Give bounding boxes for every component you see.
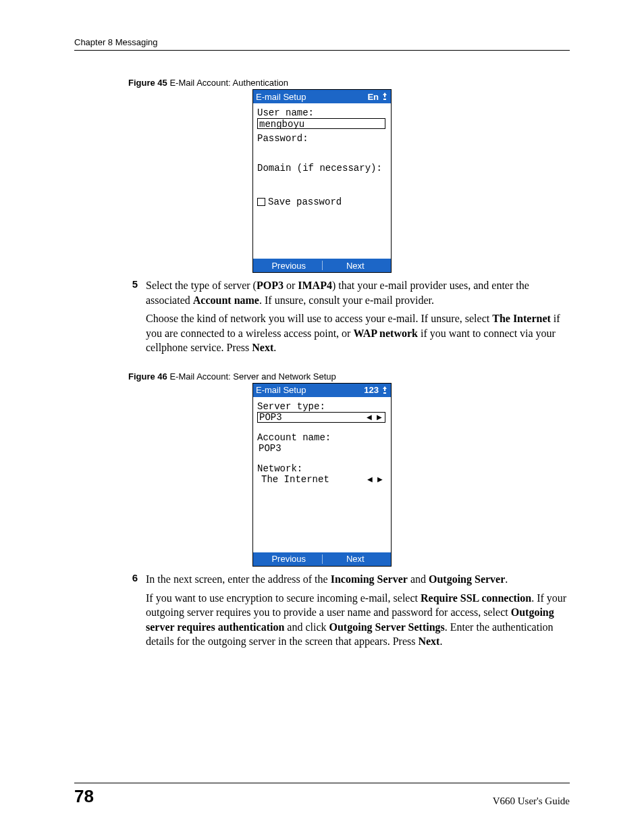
- input-mode-text: 123: [364, 385, 379, 395]
- t: WAP network: [353, 328, 418, 339]
- server-type-label: Server type:: [257, 401, 387, 412]
- save-password-label: Save password: [268, 197, 342, 207]
- t: Outgoing Server Settings: [329, 621, 445, 633]
- input-mode-indicator: 123: [364, 385, 388, 395]
- t: .: [273, 342, 276, 353]
- signal-icon: [381, 386, 388, 394]
- step-5-text: Select the type of server (POP3 or IMAP4…: [146, 278, 570, 359]
- phone-titlebar: E-mail Setup 123: [253, 384, 391, 397]
- t: or: [284, 280, 298, 291]
- network-label: Network:: [257, 463, 387, 474]
- t: .: [439, 635, 442, 647]
- next-button[interactable]: Next: [323, 261, 389, 271]
- t: Select the type of server (: [146, 280, 257, 291]
- network-selector[interactable]: The Internet ◀ ▶: [257, 474, 385, 485]
- t: Incoming Server: [331, 573, 408, 585]
- signal-icon: [381, 93, 388, 101]
- domain-label: Domain (if necessary):: [257, 163, 387, 174]
- input-mode-indicator: En: [367, 92, 388, 102]
- t: Account name: [193, 294, 259, 306]
- username-label: User name:: [257, 107, 387, 118]
- page-number: 78: [74, 786, 94, 807]
- t: and: [408, 573, 429, 585]
- t: IMAP4: [298, 280, 332, 291]
- input-mode-text: En: [367, 92, 379, 102]
- t: Choose the kind of network you will use …: [146, 313, 492, 324]
- t: Outgoing Server: [429, 573, 505, 585]
- phone-screen-authentication: E-mail Setup En User name: mengboyu Pass…: [252, 89, 392, 273]
- phone-titlebar: E-mail Setup En: [253, 90, 391, 103]
- t: . If unsure, consult your e-mail provide…: [259, 294, 434, 306]
- figure-45-title: E-Mail Account: Authentication: [167, 78, 288, 88]
- t: If you want to use encryption to secure …: [146, 592, 421, 604]
- t: The Internet: [492, 313, 551, 324]
- t: .: [505, 573, 508, 585]
- network-value: The Internet: [259, 474, 329, 485]
- figure-45-caption: Figure 45 E-Mail Account: Authentication: [128, 78, 570, 88]
- t: Next: [418, 635, 439, 647]
- next-button[interactable]: Next: [323, 554, 389, 564]
- step-6-number: 6: [128, 572, 138, 653]
- page-footer: 78 V660 User's Guide: [74, 783, 570, 807]
- figure-46-label: Figure 46: [128, 371, 167, 382]
- selector-arrows-icon: ◀ ▶: [367, 475, 384, 483]
- previous-button[interactable]: Previous: [256, 261, 322, 271]
- account-name-label: Account name:: [257, 432, 387, 443]
- previous-button[interactable]: Previous: [256, 554, 322, 564]
- t: Require SSL connection: [421, 592, 531, 604]
- password-label: Password:: [257, 133, 387, 144]
- step-6: 6 In the next screen, enter the address …: [128, 572, 570, 653]
- username-field[interactable]: mengboyu: [257, 118, 385, 129]
- chapter-header: Chapter 8 Messaging: [74, 37, 570, 51]
- figure-46-caption: Figure 46 E-Mail Account: Server and Net…: [128, 371, 570, 382]
- t: In the next screen, enter the address of…: [146, 573, 331, 585]
- figure-45-label: Figure 45: [128, 78, 167, 88]
- step-6-text: In the next screen, enter the address of…: [146, 572, 570, 653]
- guide-name: V660 User's Guide: [493, 796, 570, 807]
- step-5-number: 5: [128, 278, 138, 359]
- phone-title: E-mail Setup: [256, 92, 306, 102]
- t: Next: [252, 342, 273, 353]
- phone-title: E-mail Setup: [256, 385, 306, 395]
- selector-arrows-icon: ◀ ▶: [367, 413, 383, 421]
- figure-46-title: E-Mail Account: Server and Network Setup: [167, 371, 336, 382]
- phone-footer: Previous Next: [253, 552, 391, 566]
- server-type-selector[interactable]: POP3 ◀ ▶: [257, 412, 385, 423]
- save-password-row[interactable]: Save password: [257, 197, 387, 207]
- account-name-value: POP3: [257, 443, 387, 454]
- server-type-value: POP3: [259, 412, 282, 423]
- phone-screen-server-network: E-mail Setup 123 Server type: POP3 ◀ ▶ A…: [252, 383, 392, 567]
- phone-footer: Previous Next: [253, 259, 391, 272]
- step-5: 5 Select the type of server (POP3 or IMA…: [128, 278, 570, 359]
- save-password-checkbox[interactable]: [257, 198, 265, 206]
- svg-rect-1: [383, 392, 386, 394]
- svg-rect-0: [383, 99, 386, 100]
- t: POP3: [257, 280, 284, 291]
- t: and click: [284, 621, 329, 633]
